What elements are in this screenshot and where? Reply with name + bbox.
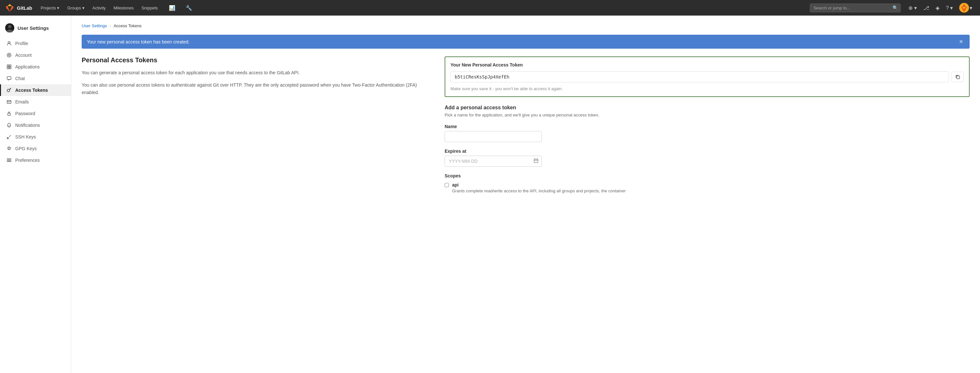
svg-rect-13: [7, 77, 11, 80]
scope-api-checkbox[interactable]: [445, 183, 449, 187]
description-paragraph-1: You can generate a personal access token…: [82, 69, 432, 76]
sidebar-item-password[interactable]: Password: [0, 108, 71, 120]
description-paragraph-2: You can also use personal access tokens …: [82, 81, 432, 96]
app-layout: User Settings Profile Account Applicatio…: [0, 16, 980, 373]
notifications-icon: [6, 122, 12, 128]
form-section-title: Add a personal access token: [445, 105, 970, 111]
chart-icon-btn[interactable]: 📊: [166, 3, 178, 13]
scopes-label: Scopes: [445, 173, 970, 179]
alert-close-button[interactable]: ✕: [958, 38, 964, 45]
nav-groups[interactable]: Groups ▾: [64, 3, 88, 12]
nav-activity[interactable]: Activity: [89, 3, 109, 12]
svg-point-14: [7, 89, 10, 92]
breadcrumb-parent-link[interactable]: User Settings: [82, 23, 107, 28]
name-label: Name: [445, 124, 970, 129]
sidebar-item-notifications[interactable]: Notifications: [0, 120, 71, 131]
wrench-icon-btn[interactable]: 🔧: [183, 3, 195, 13]
sidebar-item-preferences[interactable]: Preferences: [0, 155, 71, 166]
sidebar-item-account[interactable]: Account: [0, 49, 71, 61]
svg-rect-21: [7, 160, 11, 161]
sidebar-item-label: Emails: [15, 99, 29, 104]
sidebar-item-label: Password: [15, 111, 35, 116]
sidebar-item-label: Profile: [15, 41, 28, 46]
issues-icon-btn[interactable]: ◈: [933, 3, 942, 13]
user-avatar: [959, 3, 969, 13]
scope-api-desc: Grants complete read/write access to the…: [452, 188, 625, 194]
nav-snippets[interactable]: Snippets: [138, 3, 161, 12]
sidebar-item-applications[interactable]: Applications: [0, 61, 71, 73]
sidebar-avatar: [5, 23, 14, 32]
breadcrumb-current: Access Tokens: [113, 23, 141, 28]
help-icon-btn[interactable]: ? ▾: [943, 3, 955, 13]
nav-milestones[interactable]: Milestones: [110, 3, 137, 12]
chat-icon: [6, 76, 12, 81]
chevron-down-icon: ▾: [82, 5, 84, 10]
sidebar-item-label: Chat: [15, 76, 25, 81]
svg-point-6: [8, 41, 10, 43]
main-content: User Settings › Access Tokens Your new p…: [71, 16, 980, 373]
sidebar-item-label: Account: [15, 53, 32, 58]
svg-rect-24: [534, 159, 538, 163]
search-input[interactable]: [810, 3, 900, 12]
scope-api-content: api Grants complete read/write access to…: [452, 182, 625, 194]
gitlab-logo-text: GitLab: [17, 5, 32, 11]
svg-rect-18: [8, 113, 10, 115]
form-column: Your New Personal Access Token Make sure…: [445, 56, 970, 201]
svg-rect-9: [7, 65, 9, 67]
sidebar-item-profile[interactable]: Profile: [0, 38, 71, 49]
sidebar-item-gpg-keys[interactable]: GPG Keys: [0, 143, 71, 155]
svg-rect-22: [7, 161, 11, 162]
user-menu-btn[interactable]: ▾: [957, 1, 975, 14]
chevron-down-icon: ▾: [57, 5, 59, 10]
svg-rect-20: [7, 159, 11, 159]
expires-form-group: Expires at: [445, 148, 970, 167]
breadcrumb: User Settings › Access Tokens: [82, 23, 970, 28]
sidebar-item-ssh-keys[interactable]: SSH Keys: [0, 131, 71, 143]
copy-token-button[interactable]: [951, 72, 964, 82]
breadcrumb-separator: ›: [110, 23, 111, 28]
svg-rect-23: [957, 76, 959, 79]
token-value-row: [450, 71, 964, 82]
new-token-box: Your New Personal Access Token Make sure…: [445, 56, 970, 97]
alert-message: Your new personal access token has been …: [87, 39, 189, 45]
search-wrapper: 🔍: [810, 3, 900, 12]
page-title: Personal Access Tokens: [82, 56, 432, 64]
sidebar-item-emails[interactable]: Emails: [0, 96, 71, 108]
expires-date-input[interactable]: [445, 156, 542, 167]
svg-rect-10: [10, 65, 11, 67]
sidebar-item-access-tokens[interactable]: Access Tokens: [0, 84, 71, 96]
svg-point-4: [8, 25, 11, 28]
token-value-input[interactable]: [450, 71, 949, 82]
emails-icon: [6, 99, 12, 105]
sidebar-item-label: Access Tokens: [15, 88, 48, 93]
gitlab-logo[interactable]: GitLab: [5, 3, 32, 12]
create-icon-btn[interactable]: ⊕ ▾: [906, 3, 919, 13]
token-warning: Make sure you save it - you won't be abl…: [450, 86, 964, 91]
search-icon: 🔍: [892, 5, 898, 10]
name-form-group: Name: [445, 124, 970, 142]
svg-point-8: [8, 54, 10, 56]
svg-rect-11: [7, 67, 9, 69]
profile-icon: [6, 41, 12, 46]
access-tokens-icon: [6, 87, 12, 93]
copy-icon: [955, 74, 960, 80]
nav-icon-group: ⊕ ▾ ⎇ ◈ ? ▾ ▾: [906, 1, 975, 14]
gpg-keys-icon: [6, 146, 12, 151]
sidebar-item-label: Applications: [15, 64, 40, 69]
description-column: Personal Access Tokens You can generate …: [82, 56, 432, 101]
sidebar-header: User Settings: [0, 21, 71, 38]
alert-banner: Your new personal access token has been …: [82, 35, 970, 49]
calendar-icon: [533, 158, 539, 164]
scope-api-name: api: [452, 182, 625, 188]
preferences-icon: [6, 157, 12, 163]
token-name-input[interactable]: [445, 131, 542, 142]
merge-request-icon-btn[interactable]: ⎇: [921, 3, 932, 13]
scope-item-api: api Grants complete read/write access to…: [445, 182, 970, 194]
account-icon: [6, 52, 12, 58]
sidebar-title: User Settings: [18, 25, 49, 31]
top-navigation: GitLab Projects ▾ Groups ▾ Activity Mile…: [0, 0, 980, 16]
date-input-wrapper: [445, 156, 542, 167]
scopes-form-group: Scopes api Grants complete read/write ac…: [445, 173, 970, 194]
sidebar-item-chat[interactable]: Chat: [0, 73, 71, 84]
nav-projects[interactable]: Projects ▾: [38, 3, 63, 12]
